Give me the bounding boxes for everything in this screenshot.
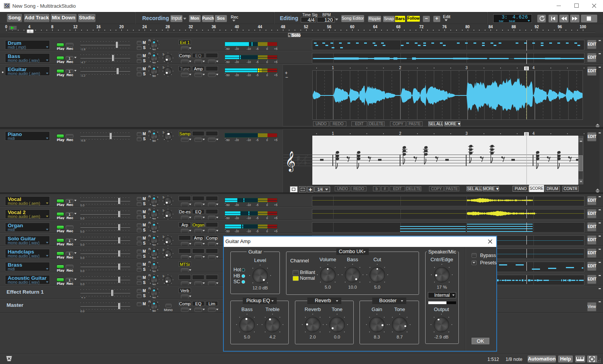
svg-text:𝄞: 𝄞 — [285, 151, 296, 172]
